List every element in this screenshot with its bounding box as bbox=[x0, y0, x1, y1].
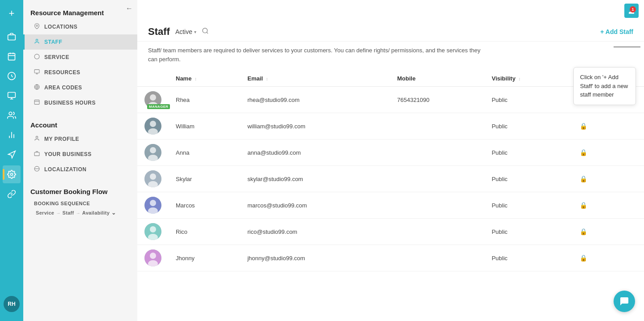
staff-person-icon bbox=[34, 38, 40, 46]
table-row[interactable]: Williamwilliam@studio99.comPublic🔒 bbox=[137, 113, 644, 139]
staff-name-cell: Skylar bbox=[169, 166, 240, 192]
svg-rect-22 bbox=[34, 100, 39, 105]
staff-avatar-cell bbox=[137, 113, 169, 139]
flow-staff-label: Staff bbox=[63, 210, 74, 215]
page-header: Staff Active ▾ + Add Staff bbox=[137, 18, 644, 42]
chart-icon[interactable] bbox=[3, 126, 21, 144]
staff-visibility-cell: Public bbox=[484, 245, 572, 271]
callout-text: Click on '+ Add Staff' to add a new staf… bbox=[580, 74, 628, 98]
customer-booking-flow-title: Customer Booking Flow bbox=[23, 184, 137, 198]
name-col-label: Name bbox=[176, 75, 191, 82]
sidebar-item-my-profile[interactable]: My Profile bbox=[23, 131, 137, 147]
name-sort-icon: ↕ bbox=[195, 76, 197, 81]
sidebar-item-staff[interactable]: Staff bbox=[23, 34, 137, 50]
lock-icon: 🔒 bbox=[580, 228, 587, 235]
staff-mobile-cell bbox=[390, 219, 484, 245]
user-avatar-bar[interactable]: RH bbox=[4, 296, 20, 312]
mobile-col-label: Mobile bbox=[397, 75, 415, 82]
th-email[interactable]: Email ↕ bbox=[240, 71, 390, 87]
lock-icon: 🔒 bbox=[580, 122, 587, 130]
staff-login-cell[interactable]: 🔒 bbox=[572, 192, 644, 219]
table-header-row: Name ↕ Email ↕ Mobile Visibility ↕ Login… bbox=[137, 71, 644, 87]
staff-email-cell: william@studio99.com bbox=[240, 113, 390, 139]
settings-icon[interactable] bbox=[3, 165, 21, 183]
dashboard-icon[interactable] bbox=[3, 67, 21, 85]
visibility-col-label: Visibility bbox=[491, 75, 515, 82]
svg-point-38 bbox=[150, 147, 156, 153]
sidebar-item-service[interactable]: Service bbox=[23, 50, 137, 65]
contacts-icon[interactable] bbox=[3, 106, 21, 124]
booking-flow-row[interactable]: Service → Staff → Availability ⌄ bbox=[23, 208, 137, 218]
staff-avatar-cell bbox=[137, 166, 169, 192]
staff-email-cell: skylar@studio99.com bbox=[240, 166, 390, 192]
staff-login-cell[interactable]: 🔒 bbox=[572, 139, 644, 166]
th-name[interactable]: Name ↕ bbox=[169, 71, 240, 87]
status-chevron-icon: ▾ bbox=[194, 30, 196, 34]
table-row[interactable]: Ricorico@studio99.comPublic🔒 bbox=[137, 219, 644, 245]
staff-name-cell: Rico bbox=[169, 219, 240, 245]
briefcase-icon[interactable] bbox=[3, 28, 21, 46]
svg-point-14 bbox=[36, 25, 38, 26]
email-sort-icon: ↕ bbox=[266, 76, 268, 81]
staff-login-cell[interactable]: 🔒 bbox=[572, 219, 644, 245]
staff-login-cell[interactable]: 🔒 bbox=[572, 113, 644, 139]
notification-red-dot: 1 bbox=[630, 6, 636, 13]
search-button[interactable] bbox=[202, 27, 209, 36]
table-row[interactable]: Skylarskylar@studio99.comPublic🔒 bbox=[137, 166, 644, 192]
sidebar-back-button[interactable]: ← bbox=[126, 4, 133, 13]
staff-avatar bbox=[144, 144, 161, 161]
lock-icon: 🔒 bbox=[580, 149, 587, 156]
localization-label: Localization bbox=[44, 166, 86, 173]
avatar-initials[interactable]: RH bbox=[4, 296, 20, 312]
staff-avatar-cell bbox=[137, 192, 169, 219]
monitor-icon[interactable] bbox=[3, 87, 21, 105]
business-hours-label: Business Hours bbox=[44, 100, 96, 106]
staff-avatar bbox=[144, 249, 161, 266]
sidebar-item-resources[interactable]: Resources bbox=[23, 65, 137, 80]
sidebar-item-business-hours[interactable]: Business Hours bbox=[23, 95, 137, 110]
email-col-label: Email bbox=[247, 75, 263, 82]
staff-visibility-cell: Public bbox=[484, 166, 572, 192]
staff-avatar-cell bbox=[137, 245, 169, 271]
sidebar-item-locations[interactable]: Locations bbox=[23, 19, 137, 34]
table-row[interactable]: Jhonnyjhonny@studio99.comPublic🔒 bbox=[137, 245, 644, 271]
location-pin-icon bbox=[34, 23, 40, 30]
visibility-sort-icon: ↕ bbox=[518, 76, 521, 81]
flow-arrow-2: → bbox=[76, 211, 80, 215]
th-visibility[interactable]: Visibility ↕ bbox=[484, 71, 572, 87]
status-dropdown[interactable]: Active ▾ bbox=[175, 28, 196, 35]
flow-expand-chevron[interactable]: ⌄ bbox=[111, 210, 116, 216]
staff-login-cell[interactable]: 🔒 bbox=[572, 245, 644, 271]
calendar-icon[interactable] bbox=[3, 47, 21, 65]
th-mobile[interactable]: Mobile bbox=[390, 71, 484, 87]
sidebar-item-area-codes[interactable]: Area Codes bbox=[23, 80, 137, 95]
staff-name-cell: Jhonny bbox=[169, 245, 240, 271]
chat-button[interactable] bbox=[614, 291, 635, 312]
staff-email-cell: rhea@studio99.com bbox=[240, 87, 390, 113]
table-row[interactable]: Marcosmarcos@studio99.comPublic🔒 bbox=[137, 192, 644, 219]
svg-point-16 bbox=[34, 54, 39, 59]
staff-mobile-cell bbox=[390, 245, 484, 271]
svg-point-50 bbox=[150, 253, 156, 259]
svg-point-32 bbox=[150, 94, 156, 101]
notification-area[interactable]: 1 bbox=[624, 4, 639, 18]
svg-rect-25 bbox=[34, 152, 39, 156]
booking-sequence-label: Booking Sequence bbox=[23, 198, 137, 208]
resources-label: Resources bbox=[44, 69, 80, 76]
staff-login-cell[interactable]: 🔒 bbox=[572, 166, 644, 192]
callout-tooltip: Click on '+ Add Staff' to add a new staf… bbox=[573, 67, 636, 105]
sidebar-item-your-business[interactable]: Your Business bbox=[23, 147, 137, 162]
svg-rect-17 bbox=[34, 70, 39, 73]
my-profile-person-icon bbox=[34, 135, 40, 143]
megaphone-icon[interactable] bbox=[3, 146, 21, 164]
staff-mobile-cell bbox=[390, 139, 484, 166]
add-button[interactable]: + bbox=[3, 4, 21, 22]
add-staff-button[interactable]: + Add Staff bbox=[600, 28, 633, 35]
table-row[interactable]: Annaanna@studio99.comPublic🔒 bbox=[137, 139, 644, 166]
sidebar-item-localization[interactable]: Localization bbox=[23, 162, 137, 177]
svg-point-41 bbox=[150, 173, 156, 180]
staff-avatar bbox=[144, 170, 161, 187]
link-icon[interactable] bbox=[3, 185, 21, 203]
table-row[interactable]: MANAGERRhearhea@studio99.com7654321090Pu… bbox=[137, 87, 644, 113]
staff-avatar-cell bbox=[137, 219, 169, 245]
